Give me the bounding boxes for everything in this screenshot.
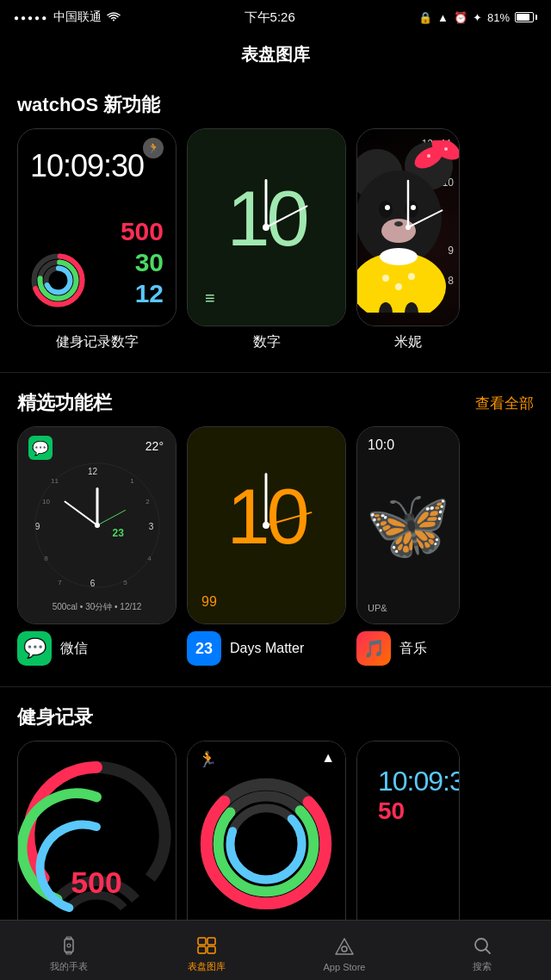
face-gallery-icon [195, 934, 218, 957]
watch-card-butterfly[interactable]: 🦋 10:0 UP& [356, 426, 460, 624]
svg-text:10: 10 [42, 498, 50, 506]
days-matter-icon: 23 [187, 631, 221, 666]
app-store-label: App Store [324, 962, 366, 972]
app-item-music: 🎵 音乐 [356, 631, 460, 666]
card-wrapper-numerals: 10 ≡ 数字 [187, 128, 346, 351]
section-header-1: watchOS 新功能 [0, 78, 551, 128]
watchos-cards-row: 🏃 10:09:30 [0, 128, 551, 351]
app-item-wechat: 💬 微信 [17, 631, 176, 666]
signal-dots: ●●●●● [14, 13, 48, 22]
watch-card-activity[interactable]: 🏃 ▲ [187, 741, 346, 939]
battery-percent: 81% [487, 11, 510, 24]
svg-point-56 [263, 522, 269, 529]
svg-text:5: 5 [123, 579, 127, 586]
svg-line-50 [65, 502, 97, 526]
stat-calories: 500 [121, 217, 164, 246]
carrier-name: 中国联通 [53, 9, 102, 25]
section-health: 健身记录 [0, 691, 551, 956]
music-label: 音乐 [399, 640, 427, 658]
wifi-icon [107, 10, 121, 24]
tab-bar: 我的手表 表盘图库 App Store 搜索 [0, 920, 551, 980]
alarm-icon: ⏰ [454, 11, 467, 24]
section-featured: 精选功能栏 查看全部 💬 22° 12 3 6 9 [0, 376, 551, 683]
svg-line-7 [266, 206, 306, 227]
svg-point-8 [263, 224, 269, 231]
svg-point-52 [95, 523, 100, 528]
wechat-icon: 💬 [17, 631, 52, 666]
status-left: ●●●●● 中国联通 [14, 9, 121, 25]
search-label: 搜索 [473, 960, 492, 973]
fitness-stats: 500 30 12 [121, 217, 164, 308]
my-watch-label: 我的手表 [50, 960, 88, 973]
card-wrapper-minnie: 12 11 10 9 8 [356, 128, 460, 351]
card-label-numerals: 数字 [253, 333, 281, 351]
app-item-days: 23 Days Matter [187, 631, 346, 666]
wechat-stats: 500cal • 30分钟 • 12/12 [18, 601, 176, 613]
svg-point-72 [342, 946, 347, 952]
see-all-link[interactable]: 查看全部 [475, 394, 534, 413]
svg-text:2: 2 [145, 498, 150, 506]
svg-point-67 [67, 944, 71, 947]
card-wrapper-digital: 10:09:3 50 [356, 741, 460, 939]
card-wrapper-orange: 10 99 23 Days Matter [187, 426, 346, 666]
content-area: watchOS 新功能 🏃 10:09:30 [0, 78, 551, 964]
health-cards-row: 500 🏃 ▲ [0, 741, 551, 939]
watch-card-gauge[interactable]: 500 [17, 741, 176, 939]
svg-rect-70 [198, 946, 206, 953]
tab-face-gallery[interactable]: 表盘图库 [138, 927, 276, 973]
lock-icon: 🔒 [418, 11, 432, 24]
face-gallery-label: 表盘图库 [188, 960, 226, 973]
section-header-2: 精选功能栏 查看全部 [0, 376, 551, 426]
svg-rect-71 [207, 946, 215, 953]
section-title-3: 健身记录 [17, 704, 93, 730]
svg-text:3: 3 [148, 522, 153, 531]
wechat-temperature: 22° [145, 439, 164, 453]
status-bar: ●●●●● 中国联通 下午5:26 🔒 ▲ ⏰ ✦ 81% [0, 0, 551, 34]
section-title-1: watchOS 新功能 [17, 92, 160, 118]
featured-cards-row: 💬 22° 12 3 6 9 1 11 4 [0, 426, 551, 666]
run-icon: 🏃 [143, 138, 164, 158]
svg-text:7: 7 [58, 579, 62, 586]
butterfly-bottom-text: UP& [368, 603, 387, 613]
divider-1 [0, 372, 551, 373]
svg-rect-68 [198, 938, 206, 945]
card-wrapper-butterfly: 🦋 10:0 UP& 🎵 音乐 [356, 426, 460, 666]
card-wrapper-gauge: 500 [17, 741, 176, 939]
page-title: 表盘图库 [0, 34, 551, 78]
section-header-3: 健身记录 [0, 691, 551, 741]
numeral-menu-icon: ≡ [205, 288, 215, 308]
fitness-time-display: 10:09:30 [30, 148, 164, 184]
app-store-icon [333, 936, 356, 958]
section-watchos-new: watchOS 新功能 🏃 10:09:30 [0, 78, 551, 369]
search-icon [471, 934, 493, 957]
butterfly-image: 🦋 [365, 485, 451, 566]
watch-card-fitness[interactable]: 🏃 10:09:30 [17, 128, 176, 326]
tab-search[interactable]: 搜索 [413, 927, 551, 973]
bluetooth-icon: ✦ [473, 11, 482, 24]
svg-text:6: 6 [90, 579, 95, 588]
tab-my-watch[interactable]: 我的手表 [0, 927, 138, 973]
watch-card-digital[interactable]: 10:09:3 50 [356, 741, 460, 939]
tab-app-store[interactable]: App Store [276, 929, 413, 972]
watch-card-numerals[interactable]: 10 ≡ [187, 128, 346, 326]
watch-card-orange[interactable]: 10 99 [187, 426, 346, 624]
divider-2 [0, 686, 551, 687]
svg-rect-64 [65, 939, 73, 952]
digital-stat: 50 [378, 797, 447, 825]
svg-line-34 [408, 210, 442, 227]
battery-icon [515, 12, 537, 22]
watch-card-minnie[interactable]: 12 11 10 9 8 [356, 128, 460, 326]
card-wrapper-fitness: 🏃 10:09:30 [17, 128, 176, 351]
card-label-minnie: 米妮 [394, 333, 422, 351]
orange-99: 99 [201, 594, 217, 610]
stat-hours: 12 [121, 279, 164, 308]
svg-text:1: 1 [130, 477, 134, 485]
card-label-fitness: 健身记录数字 [56, 333, 139, 351]
watch-card-wechat[interactable]: 💬 22° 12 3 6 9 1 11 4 [17, 426, 176, 624]
svg-line-51 [97, 511, 126, 526]
days-matter-label: Days Matter [230, 641, 304, 656]
svg-text:9: 9 [34, 522, 40, 531]
svg-text:500: 500 [71, 865, 121, 900]
card-wrapper-activity: 🏃 ▲ [187, 741, 346, 939]
status-right: 🔒 ▲ ⏰ ✦ 81% [418, 11, 537, 24]
